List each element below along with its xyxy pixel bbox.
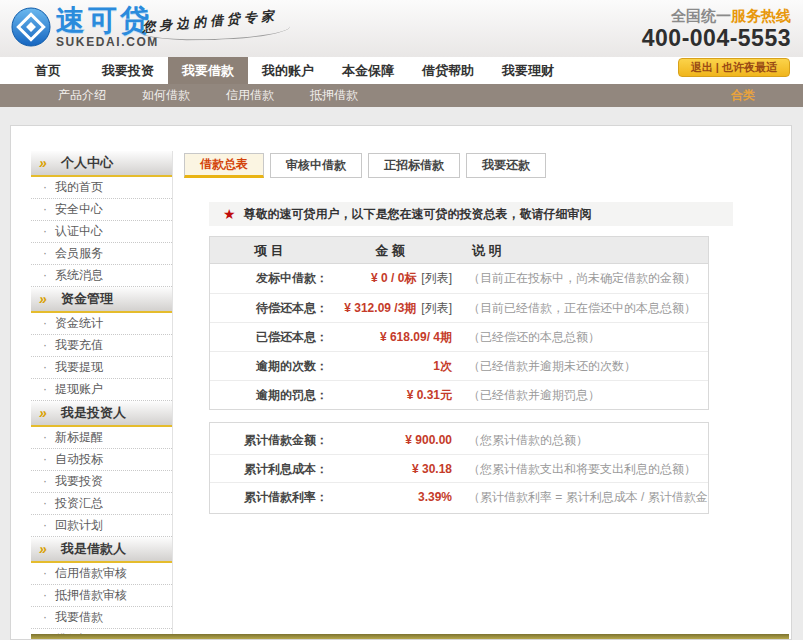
sidebar-item[interactable]: ·安全中心 (31, 199, 172, 221)
sidebar-section-header-0[interactable]: »个人中心 (31, 151, 172, 177)
sidebar-section-header-1[interactable]: »资金管理 (31, 287, 172, 313)
logout-button[interactable]: 退出 | 也许夜最适 (678, 58, 790, 77)
sidebar-section-header-3[interactable]: »我是借款人 (31, 537, 172, 563)
sidebar-item-label: 我要提现 (55, 360, 103, 374)
subnav-item-3[interactable]: 抵押借款 (310, 87, 358, 104)
sidebar-item[interactable]: ·认证中心 (31, 221, 172, 243)
sidebar-item-label: 我要充值 (55, 338, 103, 352)
sidebar-item[interactable]: ·投资汇总 (31, 493, 172, 515)
table-row: 待偿还本息：¥ 312.09 /3期[列表]（目前已经借款，正在偿还中的本息总额… (210, 293, 708, 322)
bullet-icon: · (43, 427, 47, 448)
row-item-label: 已偿还本息： (210, 323, 328, 351)
loan-summary-table: 项 目 金 额 说 明 发标中借款：¥ 0 / 0标[列表]（目前正在投标中，尚… (209, 236, 709, 410)
col-header-item: 项 目 (210, 237, 328, 263)
bullet-icon: · (43, 607, 47, 628)
list-link[interactable]: [列表] (421, 301, 452, 315)
sidebar-item-label: 资金统计 (55, 316, 103, 330)
site-header: 速可贷 SUKEDAI.COM 您身边的借贷专家 全国统一服务热线 400-00… (0, 0, 803, 57)
sidebar-item-label: 认证中心 (55, 224, 103, 238)
table-row: 发标中借款：¥ 0 / 0标[列表]（目前正在投标中，尚未确定借款的金额） (210, 264, 708, 293)
sidebar-item-label: 信用借款审核 (55, 566, 127, 580)
row-description: （已经偿还的本息总额） (458, 323, 708, 351)
tab-bar: 借款总表审核中借款正招标借款我要还款 (184, 153, 781, 178)
summary-amount-cell: 3.39% (328, 483, 458, 510)
totals-table: 累计借款金额：¥ 900.00（您累计借款的总额）累计利息成本：¥ 30.18（… (209, 422, 709, 514)
summary-item-label: 累计借款利率： (210, 483, 328, 510)
bullet-icon: · (43, 265, 47, 286)
sidebar-item[interactable]: ·抵押借款审核 (31, 585, 172, 607)
row-amount-cell: ¥ 618.09/ 4期 (328, 323, 458, 351)
row-amount: ¥ 0 / 0标 (371, 271, 416, 285)
table-row: 逾期的次数：1次（已经借款并逾期未还的次数） (210, 351, 708, 380)
sukedai-logo-icon (10, 6, 52, 48)
row-item-label: 逾期的次数： (210, 352, 328, 380)
sidebar-item[interactable]: ·我要投资 (31, 471, 172, 493)
bullet-icon: · (43, 493, 47, 514)
summary-amount: ¥ 900.00 (405, 433, 452, 447)
sidebar-section-title: 我是借款人 (61, 541, 126, 556)
row-description: （目前正在投标中，尚未确定借款的金额） (458, 264, 708, 293)
summary-description: （累计借款利率 = 累计利息成本 / 累计借款金额） (458, 483, 708, 510)
bullet-icon: · (43, 471, 47, 492)
subnav-item-2[interactable]: 信用借款 (226, 87, 274, 104)
nav-item-6[interactable]: 我要理财 (488, 57, 568, 84)
sidebar-item-label: 我要投资 (55, 474, 103, 488)
row-amount-cell: ¥ 312.09 /3期[列表] (328, 294, 458, 322)
subnav-right-text: 合类 (731, 84, 755, 107)
logo[interactable]: 速可贷 SUKEDAI.COM (10, 6, 159, 48)
sidebar-item-label: 会员服务 (55, 246, 103, 260)
sidebar-item-label: 自动投标 (55, 452, 103, 466)
row-amount-cell: ¥ 0 / 0标[列表] (328, 264, 458, 293)
nav-item-4[interactable]: 本金保障 (328, 57, 408, 84)
list-link[interactable]: [列表] (421, 271, 452, 285)
footer-divider-bar (31, 634, 789, 639)
row-amount: ¥ 618.09/ 4期 (380, 330, 452, 344)
hotline-number: 400-004-5553 (642, 25, 791, 53)
nav-item-5[interactable]: 借贷帮助 (408, 57, 488, 84)
bullet-icon: · (43, 335, 47, 356)
tab-2[interactable]: 正招标借款 (368, 153, 460, 178)
sidebar: »个人中心·我的首页·安全中心·认证中心·会员服务·系统消息»资金管理·资金统计… (31, 151, 173, 640)
sidebar-section-title: 个人中心 (61, 155, 113, 170)
sidebar-item[interactable]: ·系统消息 (31, 265, 172, 287)
summary-amount: 3.39% (418, 490, 452, 504)
bullet-icon: · (43, 515, 47, 536)
sidebar-item[interactable]: ·自动投标 (31, 449, 172, 471)
nav-item-1[interactable]: 我要投资 (88, 57, 168, 84)
subnav-item-1[interactable]: 如何借款 (142, 87, 190, 104)
table-header-row: 项 目 金 额 说 明 (210, 237, 708, 264)
sidebar-item-label: 提现账户 (55, 382, 103, 396)
sidebar-item[interactable]: ·我的首页 (31, 177, 172, 199)
subnav-item-0[interactable]: 产品介绍 (58, 87, 106, 104)
row-amount: ¥ 312.09 /3期 (344, 301, 416, 315)
sidebar-item[interactable]: ·回款计划 (31, 515, 172, 537)
sidebar-item[interactable]: ·提现账户 (31, 379, 172, 401)
sidebar-item[interactable]: ·我要充值 (31, 335, 172, 357)
sidebar-item[interactable]: ·我要借款 (31, 607, 172, 629)
nav-item-3[interactable]: 我的账户 (248, 57, 328, 84)
row-item-label: 待偿还本息： (210, 294, 328, 322)
row-amount-cell: ¥ 0.31元 (328, 381, 458, 409)
sidebar-item[interactable]: ·我要提现 (31, 357, 172, 379)
summary-row: 累计借款金额：¥ 900.00（您累计借款的总额） (210, 426, 708, 454)
nav-item-0[interactable]: 首页 (8, 57, 88, 84)
tab-0[interactable]: 借款总表 (184, 153, 264, 178)
hotline-label-gray: 全国统一 (671, 7, 731, 24)
summary-amount-cell: ¥ 900.00 (328, 426, 458, 454)
summary-amount-cell: ¥ 30.18 (328, 455, 458, 482)
summary-row: 累计借款利率：3.39%（累计借款利率 = 累计利息成本 / 累计借款金额） (210, 482, 708, 510)
summary-amount: ¥ 30.18 (412, 462, 452, 476)
summary-item-label: 累计借款金额： (210, 426, 328, 454)
sidebar-item[interactable]: ·资金统计 (31, 313, 172, 335)
row-amount: 1次 (433, 359, 452, 373)
sidebar-item[interactable]: ·新标提醒 (31, 427, 172, 449)
nav-item-2[interactable]: 我要借款 (168, 57, 248, 84)
sidebar-item-label: 回款计划 (55, 518, 103, 532)
sidebar-section-header-2[interactable]: »我是投资人 (31, 401, 172, 427)
sidebar-item[interactable]: ·会员服务 (31, 243, 172, 265)
sidebar-item-label: 我的首页 (55, 180, 103, 194)
tab-3[interactable]: 我要还款 (466, 153, 546, 178)
row-amount-cell: 1次 (328, 352, 458, 380)
sidebar-item[interactable]: ·信用借款审核 (31, 563, 172, 585)
tab-1[interactable]: 审核中借款 (270, 153, 362, 178)
